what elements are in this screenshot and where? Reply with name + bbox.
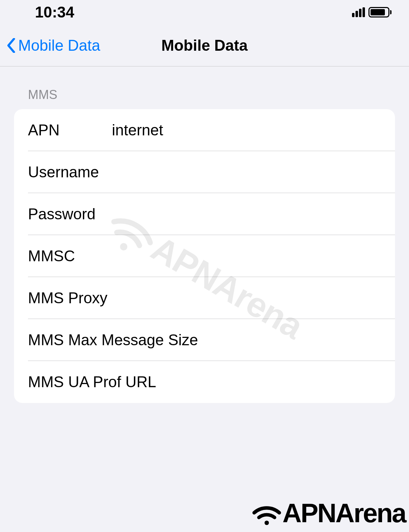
watermark-bottom-text: APNArena bbox=[282, 498, 406, 528]
password-label: Password bbox=[28, 205, 112, 223]
mms-ua-prof-url-label: MMS UA Prof URL bbox=[28, 373, 381, 391]
mms-max-message-size-label: MMS Max Message Size bbox=[28, 331, 381, 349]
mms-ua-prof-url-row[interactable]: MMS UA Prof URL bbox=[14, 361, 395, 403]
section-header-mms: MMS bbox=[14, 87, 395, 109]
apn-row[interactable]: APN bbox=[14, 109, 395, 151]
navigation-bar: Mobile Data Mobile Data bbox=[0, 24, 409, 66]
mmsc-label: MMSC bbox=[28, 247, 112, 265]
mms-max-message-size-row[interactable]: MMS Max Message Size bbox=[14, 319, 395, 361]
wifi-icon bbox=[251, 497, 282, 529]
watermark-bottom: APNArena bbox=[251, 497, 406, 529]
mms-proxy-input[interactable] bbox=[189, 289, 381, 307]
mms-proxy-label: MMS Proxy bbox=[28, 289, 189, 307]
back-label: Mobile Data bbox=[18, 37, 100, 54]
username-label: Username bbox=[28, 163, 112, 181]
back-button[interactable]: Mobile Data bbox=[7, 37, 100, 54]
svg-point-1 bbox=[265, 521, 269, 525]
apn-label: APN bbox=[28, 121, 112, 139]
apn-input[interactable] bbox=[112, 121, 381, 139]
content-area: MMS APN Username Password MMSC MMS Proxy bbox=[0, 66, 409, 403]
mms-proxy-row[interactable]: MMS Proxy bbox=[14, 277, 395, 319]
battery-icon bbox=[368, 7, 392, 17]
password-row[interactable]: Password bbox=[14, 193, 395, 235]
status-indicators bbox=[352, 7, 392, 17]
chevron-left-icon bbox=[7, 38, 15, 53]
status-time: 10:34 bbox=[35, 3, 74, 21]
cellular-signal-icon bbox=[352, 7, 365, 17]
mmsc-row[interactable]: MMSC bbox=[14, 235, 395, 277]
status-bar: 10:34 bbox=[0, 0, 409, 24]
mmsc-input[interactable] bbox=[112, 247, 381, 265]
mms-settings-group: APN Username Password MMSC MMS Proxy MMS… bbox=[14, 109, 395, 403]
password-input[interactable] bbox=[112, 205, 381, 223]
username-input[interactable] bbox=[112, 163, 381, 181]
username-row[interactable]: Username bbox=[14, 151, 395, 193]
